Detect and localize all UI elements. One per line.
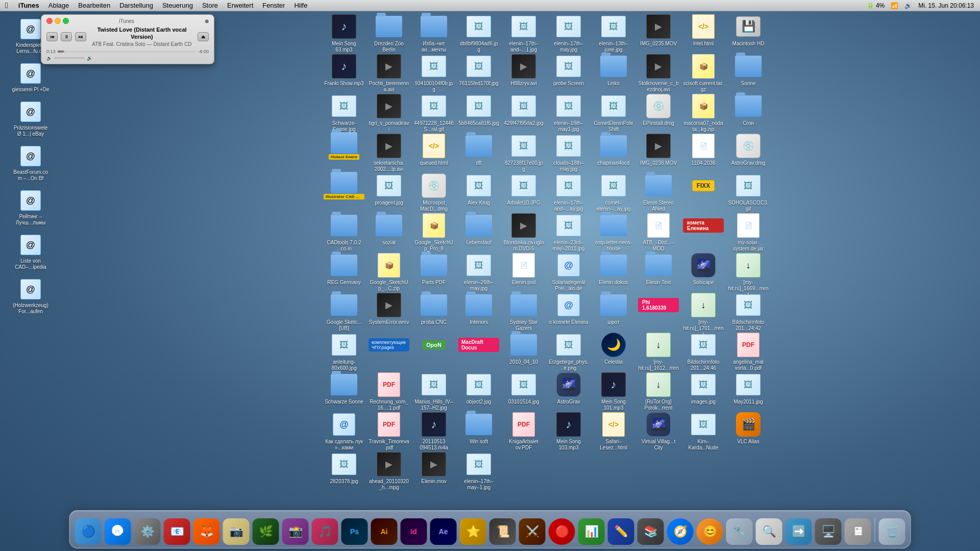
desktop-icon-35[interactable]: 🖼 clouds–18th–may.jpg xyxy=(546,131,591,174)
menubar-app-name[interactable]: iTunes xyxy=(14,0,43,11)
desktop-icon-104[interactable]: PDF KnigaArbalet ov.PDF xyxy=(501,409,546,453)
desktop-icon-65[interactable]: @ Solarladegerät Prei...alo.de xyxy=(546,250,591,294)
left-icon-1[interactable]: @ giesserei Pl +De xyxy=(10,60,51,94)
desktop-icon-20[interactable]: 🖼 Schwarze-Sonne.jpg xyxy=(322,91,366,135)
desktop-icon-90[interactable]: Schwarze Sonne xyxy=(322,369,366,407)
dock-item-5[interactable]: 🦊 xyxy=(192,517,221,546)
dock-trash[interactable]: 🗑️ xyxy=(878,517,906,546)
desktop-icon-57[interactable]: 📄 ATB_–Dist...–MOD xyxy=(636,210,681,254)
dock-aftereffects[interactable]: Ae xyxy=(429,517,458,546)
dock-indesign[interactable]: Id xyxy=(400,517,428,546)
desktop-icon-52[interactable]: 📦 Google_SketchUp_Pro_8 xyxy=(411,210,456,254)
menubar-darstellung[interactable]: Darstellung xyxy=(115,0,157,11)
desktop-icon-34[interactable]: 🖼 827238f17e00.jpg xyxy=(501,131,546,174)
desktop-icon-71[interactable]: ▶ SystemError.wmv xyxy=(366,290,411,328)
desktop-icon-81[interactable]: комплектующие ЧПУ.pages xyxy=(366,330,411,361)
desktop-icon-108[interactable]: 🖼 Kim–Karda...Nude xyxy=(681,409,726,453)
desktop-icon-74[interactable]: Sydney Star Gazers xyxy=(501,290,546,334)
menubar-steuerung[interactable]: Steuerung xyxy=(158,0,197,11)
desktop-icon-47[interactable]: Elenin Stereo Ahied xyxy=(636,170,681,214)
desktop-icon-93[interactable]: 🖼 object2.jpg xyxy=(456,369,501,407)
desktop-icon-109[interactable]: 🎬 VLC Alias xyxy=(726,409,771,447)
desktop-icon-24[interactable]: 🖼 429f47f95da2.jpg xyxy=(501,91,546,129)
dock-item-19[interactable]: 📚 xyxy=(636,517,665,546)
desktop-icon-106[interactable]: </> Safari–Lesez...html xyxy=(591,409,636,453)
left-icon-6[interactable]: @ (Holzwerkzeug) For...aufen xyxy=(10,276,51,316)
desktop-icon-32[interactable]: </> queued.html xyxy=(411,131,456,168)
desktop-icon-59[interactable]: 📄 my-solar-system.de.jar xyxy=(726,210,771,254)
dock-item-18[interactable]: ✏️ xyxy=(607,517,635,546)
dock-item-15[interactable]: ⚔️ xyxy=(518,517,547,546)
left-icon-5[interactable]: @ Liste von CAD–...ipedia xyxy=(10,231,51,272)
desktop-icon-23[interactable]: 🖼 5b8485ca81f6.jpg xyxy=(456,91,501,129)
dock-item-16[interactable]: 🔴 xyxy=(548,517,576,546)
apple-menu[interactable]:  xyxy=(0,0,13,11)
dock-item-26[interactable]: 🖥 xyxy=(844,517,872,546)
desktop-icon-12[interactable]: 🖼 934100104f0b.jpg xyxy=(411,51,456,95)
menubar-fenster[interactable]: Fenster xyxy=(258,0,289,11)
menubar-erweitert[interactable]: Erweitert xyxy=(223,0,257,11)
desktop-icon-11[interactable]: ▶ Pochti_beremenna.avi xyxy=(366,51,411,95)
dock-item-4[interactable]: 📧 xyxy=(163,517,191,546)
play-pause-button[interactable]: ⏸ xyxy=(61,32,72,41)
desktop-icon-70[interactable]: Google Sketc...[UB] xyxy=(322,290,366,334)
desktop-icon-80[interactable]: 🖼 anleitung-80x600.jpg xyxy=(322,330,366,373)
menubar-store[interactable]: Store xyxy=(198,0,222,11)
desktop-icon-86[interactable]: 🌙 Celestia xyxy=(591,330,636,367)
desktop-icon-98[interactable]: 🖼 images.jpg xyxy=(681,369,726,407)
desktop-icon-72[interactable]: proba CNC xyxy=(411,290,456,328)
itunes-expand-btn[interactable]: ⊕ xyxy=(205,18,209,24)
desktop-icon-94[interactable]: 🖼 03101514.jpg xyxy=(501,369,546,407)
desktop-icon-67[interactable]: Elenin Text xyxy=(636,250,681,288)
dock-itunes[interactable]: 🎵 xyxy=(311,517,339,546)
dock-appstore[interactable]: 🅐 xyxy=(104,517,132,546)
desktop-icon-4[interactable]: 🖼 elenin–17th–and–...1.jpg xyxy=(501,11,546,55)
desktop-icon-1[interactable]: Drezden Zoo Berlin xyxy=(366,11,411,55)
dock-finder[interactable]: 🔵 xyxy=(74,517,103,546)
desktop-icon-49[interactable]: 🖼 SOHOLASCOC3.gif xyxy=(726,170,771,214)
desktop-icon-92[interactable]: 🖼 Marius_Hills_IV–157–H2.jpg xyxy=(411,369,456,413)
desktop-icon-64[interactable]: 📄 Elenin.psd xyxy=(501,250,546,288)
desktop-icon-103[interactable]: Win soft xyxy=(456,409,501,447)
desktop-icon-50[interactable]: CADtools 7.0.2 ...co.in xyxy=(322,210,366,254)
desktop-icon-16[interactable]: Links xyxy=(591,51,636,89)
desktop-icon-102[interactable]: ♪ 20110513 094513.m4a xyxy=(411,409,456,453)
desktop-icon-18[interactable]: 📦 scisoft.current.tar.gz xyxy=(681,51,726,95)
desktop-icon-3[interactable]: 🖼 db8bf9804ad6.jpg xyxy=(456,11,501,55)
desktop-icon-51[interactable]: sozial xyxy=(366,210,411,248)
desktop-icon-39[interactable]: 💿 AstroGrav.dmg xyxy=(726,131,771,168)
rewind-button[interactable]: ⏮ xyxy=(46,32,58,41)
desktop-icon-37[interactable]: ▶ IMG_0238.MOV xyxy=(636,131,681,168)
desktop-icon-99[interactable]: 🖼 May2011.jpg xyxy=(726,369,771,407)
desktop-icon-113[interactable]: 🖼 elenin–17th–may–1.jpg xyxy=(456,449,501,493)
desktop-icon-45[interactable]: 🖼 elenin–17th–and–...ay.jpg xyxy=(546,170,591,214)
left-icon-3[interactable]: @ BeastForum.com –...On Bf xyxy=(10,142,51,183)
desktop-icon-8[interactable]: </> Intel.html xyxy=(681,11,726,49)
itunes-vol-bar[interactable] xyxy=(54,57,85,59)
desktop-icon-42[interactable]: 💿 Microspot MacD...dmg xyxy=(411,170,456,214)
desktop-icon-61[interactable]: 📦 Google_SketchUp_...C.zip xyxy=(366,250,411,294)
desktop-icon-85[interactable]: 🖼 Erzgebirge_phys...e.png xyxy=(546,330,591,373)
dock-item-6[interactable]: 📷 xyxy=(222,517,251,546)
desktop-icon-112[interactable]: ▶ Elenin.mov xyxy=(411,449,456,487)
dock-safari[interactable]: 🧭 xyxy=(666,517,695,546)
dock-item-21[interactable]: 😊 xyxy=(696,517,724,546)
desktop-icon-13[interactable]: 🖼 76115fed170f.jpg xyxy=(456,51,501,89)
desktop-icon-97[interactable]: ↓ [RuTor.Org] Porok...rrent xyxy=(636,369,681,413)
dock-sysprefs[interactable]: ⚙️ xyxy=(133,517,162,546)
itunes-progress-bar[interactable] xyxy=(58,51,197,53)
left-icon-4[interactable]: @ Рейтинг – Лучш...льмы xyxy=(10,187,51,228)
desktop-icon-82[interactable]: OpoN xyxy=(411,330,456,361)
desktop-icon-44[interactable]: 🖼 Arbalet10.JPG xyxy=(501,170,546,208)
dock-item-24[interactable]: ➡️ xyxy=(785,517,813,546)
desktop-icon-107[interactable]: 🌌 Virtual Villag...t City xyxy=(636,409,681,453)
desktop-icon-14[interactable]: ▶ H88zryv.avi xyxy=(501,51,546,89)
dock-item-7[interactable]: 🌿 xyxy=(252,517,280,546)
desktop-icon-89[interactable]: PDF angelina_mal vorla...0.pdf xyxy=(726,330,771,373)
dock-item-23[interactable]: 🔍 xyxy=(755,517,783,546)
desktop-icon-63[interactable]: 🖼 elenin–26th–may.jpg xyxy=(456,250,501,294)
desktop-icon-76[interactable]: шрот xyxy=(591,290,636,328)
desktop-icon-6[interactable]: 🖼 elenin–13th–june.jpg xyxy=(591,11,636,55)
desktop-icon-58[interactable]: комета Еленина xyxy=(681,210,726,242)
desktop-icon-60[interactable]: REG Germany xyxy=(322,250,366,288)
